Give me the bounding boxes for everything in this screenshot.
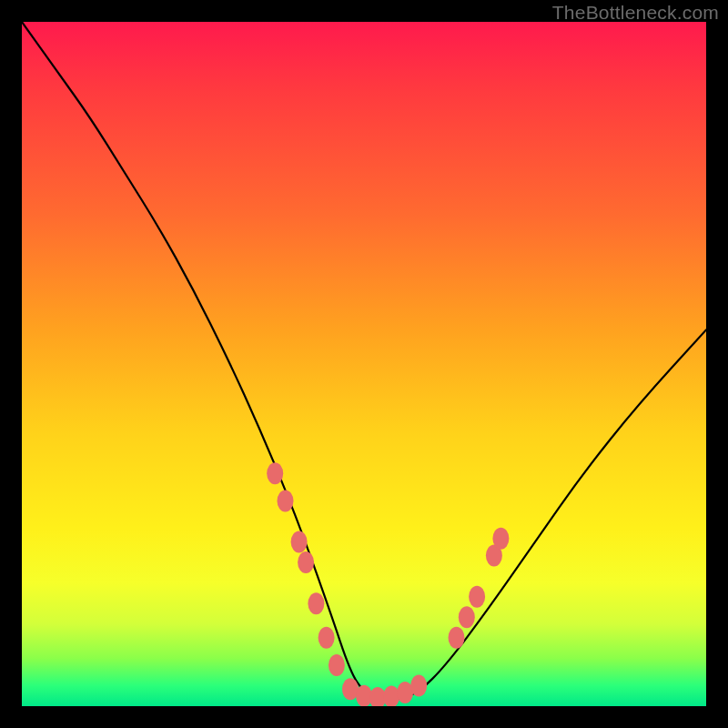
watermark-text: TheBottleneck.com [552, 2, 719, 24]
curve-marker [318, 627, 335, 649]
curve-marker [449, 627, 465, 649]
curve-marker [469, 586, 485, 608]
curve-marker [329, 654, 345, 676]
curve-marker [267, 462, 283, 484]
curve-marker [278, 490, 294, 511]
curve-marker [298, 551, 314, 573]
bottleneck-curve [22, 22, 706, 700]
curve-marker [410, 674, 427, 696]
plot-area [22, 22, 706, 706]
curve-marker [308, 592, 324, 614]
curve-marker [383, 686, 399, 707]
curve-marker [492, 528, 509, 550]
curve-marker [291, 531, 308, 553]
curve-markers [267, 462, 509, 706]
chart-frame: TheBottleneck.com [0, 0, 728, 728]
bottleneck-curve-svg [22, 22, 706, 706]
curve-marker [459, 606, 475, 628]
